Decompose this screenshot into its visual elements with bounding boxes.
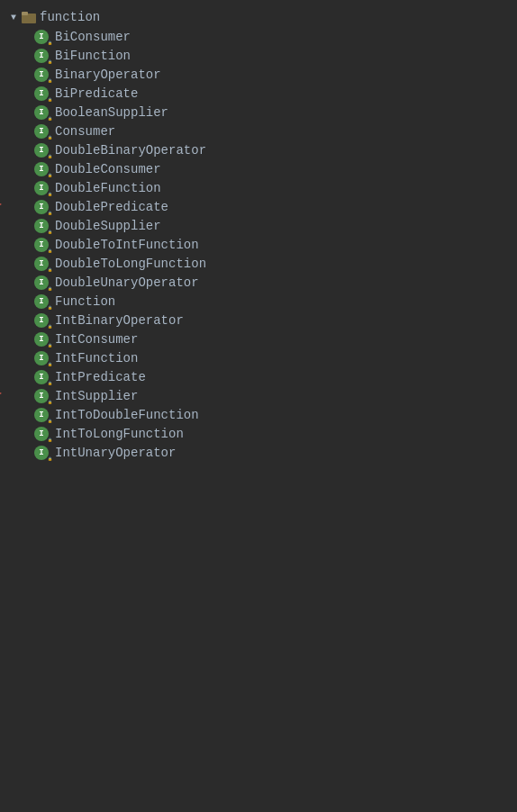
class-icon: I🔒 xyxy=(32,332,50,347)
folder-icon xyxy=(22,10,36,24)
tree-item-doubletolongfunction[interactable]: I🔒DoubleToLongFunction xyxy=(25,254,517,273)
item-label-doubletolongfunction: DoubleToLongFunction xyxy=(55,257,206,271)
class-icon: I🔒 xyxy=(32,408,50,422)
tree-item-intfunction[interactable]: I🔒IntFunction xyxy=(25,348,517,367)
class-icon: I🔒 xyxy=(32,181,50,195)
item-label-doubletointfunction: DoubleToIntFunction xyxy=(55,238,199,252)
item-label-intfunction: IntFunction xyxy=(55,351,138,365)
list-item: I🔒BiConsumer xyxy=(25,27,517,46)
item-label-inttolongfunction: IntToLongFunction xyxy=(55,427,184,441)
class-icon: I🔒 xyxy=(32,86,50,101)
item-label-doublesupplier: DoubleSupplier xyxy=(55,219,161,233)
class-icon: I🔒 xyxy=(32,219,50,233)
class-icon: I🔒 xyxy=(32,446,50,460)
tree-children: I🔒BiConsumerI🔒BiFunctionI🔒BinaryOperator… xyxy=(0,27,517,462)
item-label-biconsumer: BiConsumer xyxy=(55,30,131,44)
tree-container: ▼ function I🔒BiConsumerI🔒BiFunctionI🔒Bin… xyxy=(0,0,517,469)
list-item: I🔒DoubleSupplier xyxy=(25,216,517,235)
class-icon: I🔒 xyxy=(32,370,50,384)
class-icon: I🔒 xyxy=(32,68,50,82)
list-item: I🔒DoubleToLongFunction xyxy=(25,254,517,273)
tree-item-doublesupplier[interactable]: I🔒DoubleSupplier xyxy=(25,216,517,235)
list-item: I🔒IntToDoubleFunction xyxy=(25,405,517,424)
tree-item-intunaryoperator[interactable]: I🔒IntUnaryOperator xyxy=(25,443,517,462)
item-label-doublefunction: DoubleFunction xyxy=(55,181,161,195)
item-label-function: Function xyxy=(55,294,115,309)
red-arrow-indicator: ➤ xyxy=(0,197,3,217)
tree-item-biconsumer[interactable]: I🔒BiConsumer xyxy=(25,27,517,46)
tree-item-intsupplier[interactable]: I🔒IntSupplier xyxy=(25,386,517,405)
list-item: I🔒IntPredicate xyxy=(25,367,517,386)
tree-item-intbinaryoperator[interactable]: I🔒IntBinaryOperator xyxy=(25,311,517,329)
class-icon: I🔒 xyxy=(32,124,50,139)
class-icon: I🔒 xyxy=(32,389,50,403)
list-item: I🔒Function xyxy=(25,292,517,311)
class-icon: I🔒 xyxy=(32,200,50,214)
item-label-intconsumer: IntConsumer xyxy=(55,332,138,347)
item-label-intbinaryoperator: IntBinaryOperator xyxy=(55,313,184,328)
tree-item-function[interactable]: I🔒Function xyxy=(25,292,517,311)
list-item: I🔒BiPredicate xyxy=(25,84,517,103)
list-item: I🔒DoubleUnaryOperator xyxy=(25,273,517,292)
item-label-intpredicate: IntPredicate xyxy=(55,370,146,384)
class-icon: I🔒 xyxy=(32,30,50,44)
tree-item-consumer[interactable]: I🔒Consumer xyxy=(25,122,517,140)
tree-item-inttolongfunction[interactable]: I🔒IntToLongFunction xyxy=(25,424,517,443)
list-item: I🔒BooleanSupplier xyxy=(25,103,517,122)
red-arrow-indicator: ➤ xyxy=(0,386,3,406)
class-icon: I🔒 xyxy=(32,49,50,63)
list-item: I🔒IntBinaryOperator xyxy=(25,311,517,329)
class-icon: I🔒 xyxy=(32,105,50,120)
tree-item-doubleunaryoperator[interactable]: I🔒DoubleUnaryOperator xyxy=(25,273,517,292)
list-item: I🔒BinaryOperator xyxy=(25,65,517,84)
list-item: I🔒BiFunction xyxy=(25,46,517,65)
item-label-doublepredicate: DoublePredicate xyxy=(55,200,168,214)
class-icon: I🔒 xyxy=(32,257,50,271)
tree-item-bipredicate[interactable]: I🔒BiPredicate xyxy=(25,84,517,103)
list-item: I🔒DoubleFunction xyxy=(25,178,517,197)
class-icon: I🔒 xyxy=(32,275,50,290)
tree-item-bifunction[interactable]: I🔒BiFunction xyxy=(25,46,517,65)
list-item: I🔒DoubleToIntFunction xyxy=(25,235,517,254)
item-label-binaryoperator: BinaryOperator xyxy=(55,68,161,82)
class-icon: I🔒 xyxy=(32,162,50,176)
lock-badge-icon: 🔒 xyxy=(46,455,54,463)
item-label-intunaryoperator: IntUnaryOperator xyxy=(55,446,176,460)
list-item: ➤I🔒IntSupplier xyxy=(25,386,517,405)
list-item: I🔒IntToLongFunction xyxy=(25,424,517,443)
class-icon: I🔒 xyxy=(32,294,50,309)
list-item: I🔒DoubleConsumer xyxy=(25,159,517,178)
item-label-doubleunaryoperator: DoubleUnaryOperator xyxy=(55,275,199,290)
tree-item-doublefunction[interactable]: I🔒DoubleFunction xyxy=(25,178,517,197)
class-icon: I🔒 xyxy=(32,238,50,252)
class-icon: I🔒 xyxy=(32,427,50,441)
tree-item-doubleconsumer[interactable]: I🔒DoubleConsumer xyxy=(25,159,517,178)
list-item: I🔒DoubleBinaryOperator xyxy=(25,140,517,159)
list-item: ➤I🔒DoublePredicate xyxy=(25,197,517,216)
tree-item-intconsumer[interactable]: I🔒IntConsumer xyxy=(25,329,517,348)
tree-item-binaryoperator[interactable]: I🔒BinaryOperator xyxy=(25,65,517,84)
item-label-inttodoublefunction: IntToDoubleFunction xyxy=(55,408,199,422)
item-label-bifunction: BiFunction xyxy=(55,49,131,63)
list-item: I🔒IntConsumer xyxy=(25,329,517,348)
tree-root-function[interactable]: ▼ function xyxy=(0,7,517,27)
item-label-doublebinaryoperator: DoubleBinaryOperator xyxy=(55,143,206,158)
root-label: function xyxy=(40,10,100,24)
item-label-bipredicate: BiPredicate xyxy=(55,86,138,101)
class-icon: I🔒 xyxy=(32,351,50,365)
class-icon: I🔒 xyxy=(32,143,50,158)
tree-item-intpredicate[interactable]: I🔒IntPredicate xyxy=(25,367,517,386)
tree-item-doublebinaryoperator[interactable]: I🔒DoubleBinaryOperator xyxy=(25,140,517,159)
svg-rect-1 xyxy=(22,12,28,15)
collapse-arrow-icon: ▼ xyxy=(7,11,20,23)
tree-item-booleansupplier[interactable]: I🔒BooleanSupplier xyxy=(25,103,517,122)
item-label-intsupplier: IntSupplier xyxy=(55,389,138,403)
item-label-consumer: Consumer xyxy=(55,124,115,139)
tree-item-doublepredicate[interactable]: I🔒DoublePredicate xyxy=(25,197,517,216)
class-icon: I🔒 xyxy=(32,313,50,328)
item-label-doubleconsumer: DoubleConsumer xyxy=(55,162,161,176)
tree-item-doubletointfunction[interactable]: I🔒DoubleToIntFunction xyxy=(25,235,517,254)
item-label-booleansupplier: BooleanSupplier xyxy=(55,105,168,120)
tree-item-inttodoublefunction[interactable]: I🔒IntToDoubleFunction xyxy=(25,405,517,424)
list-item: I🔒Consumer xyxy=(25,122,517,140)
